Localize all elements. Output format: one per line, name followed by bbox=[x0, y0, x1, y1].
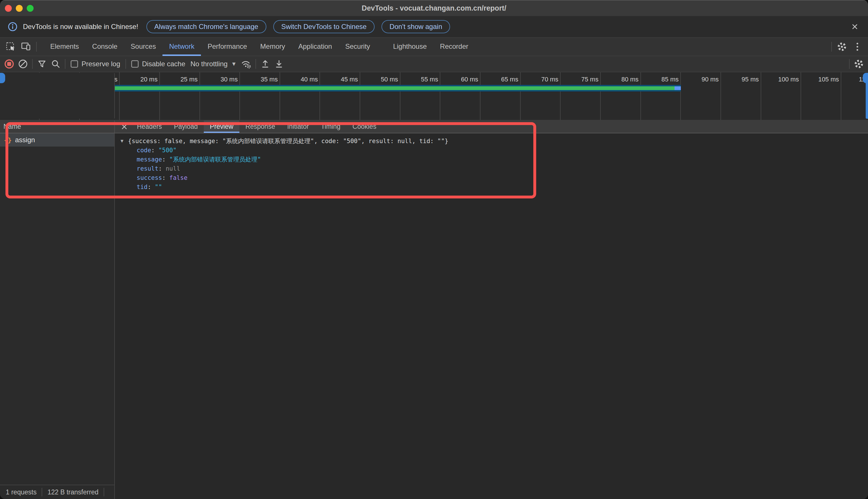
search-icon[interactable] bbox=[49, 57, 62, 71]
clear-network-log-icon[interactable] bbox=[16, 57, 30, 71]
requests-grid-header: Name HeadersPayloadPreviewResponseInitia… bbox=[0, 120, 868, 133]
timeline-tick: 45 ms bbox=[320, 72, 360, 120]
json-property-row[interactable]: message: "系统内部错误请联系管理员处理" bbox=[121, 155, 868, 164]
inspect-element-icon[interactable] bbox=[3, 38, 19, 56]
zoom-window-button[interactable] bbox=[27, 5, 34, 12]
timeline-tick: 65 ms bbox=[480, 72, 521, 120]
devtools-tab[interactable]: Sources bbox=[124, 38, 163, 56]
json-colon: : bbox=[158, 165, 166, 172]
export-har-icon[interactable] bbox=[258, 57, 272, 71]
divider bbox=[36, 42, 37, 52]
json-key: success bbox=[136, 174, 162, 181]
kebab-menu-icon[interactable] bbox=[849, 38, 865, 56]
request-row-assign[interactable]: {} assign bbox=[0, 133, 114, 147]
timeline-tick: 25 ms bbox=[160, 72, 200, 120]
detail-tab[interactable]: Response bbox=[239, 120, 281, 133]
preserve-log-toggle[interactable]: Preserve log bbox=[71, 60, 120, 68]
json-property-row[interactable]: result: null bbox=[121, 164, 868, 173]
devtools-tab[interactable]: Application bbox=[292, 38, 338, 56]
infobar-action-button[interactable]: Switch DevTools to Chinese bbox=[273, 20, 374, 33]
minimize-window-button[interactable] bbox=[16, 5, 23, 12]
throttling-value: No throttling bbox=[190, 60, 227, 68]
infobar-action-button[interactable]: Don't show again bbox=[381, 20, 450, 33]
infobar-message: DevTools is now available in Chinese! bbox=[23, 23, 138, 31]
devtools-tabs: ElementsConsoleSourcesNetworkPerformance… bbox=[44, 38, 475, 56]
record-network-log-icon[interactable] bbox=[2, 57, 16, 71]
detail-tab[interactable]: Headers bbox=[131, 120, 168, 133]
throttling-dropdown[interactable]: No throttling ▼ bbox=[190, 60, 235, 68]
preserve-log-checkbox[interactable] bbox=[71, 60, 78, 68]
json-property-row[interactable]: success: false bbox=[121, 173, 868, 182]
devtools-tab[interactable]: Recorder bbox=[433, 38, 475, 56]
json-value: "系统内部错误请联系管理员处理" bbox=[169, 156, 261, 163]
detail-tab[interactable]: Preview bbox=[204, 120, 239, 133]
traffic-lights bbox=[5, 5, 34, 12]
overview-left-handle[interactable] bbox=[0, 73, 115, 119]
json-colon: : bbox=[151, 147, 158, 154]
overview-bar-segment bbox=[38, 86, 675, 90]
timeline-tick: 70 ms bbox=[520, 72, 561, 120]
devtools-window: DevTools - vocuat.changan.com.cn/report/… bbox=[0, 0, 868, 499]
request-detail-tabs: HeadersPayloadPreviewResponseInitiatorTi… bbox=[115, 120, 382, 133]
divider bbox=[126, 59, 126, 69]
devtools-tab[interactable]: Security bbox=[339, 38, 377, 56]
timeline-tick: 40 ms bbox=[280, 72, 320, 120]
settings-gear-icon[interactable] bbox=[834, 38, 849, 56]
json-value: "" bbox=[155, 184, 162, 191]
network-status-bar: 1 requests122 B transferred bbox=[0, 485, 114, 499]
devtools-tab[interactable]: Elements bbox=[44, 38, 85, 56]
chevron-down-icon: ▼ bbox=[232, 61, 236, 66]
network-settings-gear-icon[interactable] bbox=[852, 57, 866, 71]
expander-triangle-icon[interactable]: ▼ bbox=[121, 139, 128, 143]
network-overview-timeline[interactable]: 5 ms10 ms15 ms20 ms25 ms30 ms35 ms40 ms4… bbox=[0, 72, 868, 120]
status-item: 1 requests bbox=[0, 488, 42, 496]
window-title: DevTools - vocuat.changan.com.cn/report/ bbox=[0, 1, 868, 15]
detail-tab[interactable]: Initiator bbox=[281, 120, 314, 133]
timeline-tick: 50 ms bbox=[360, 72, 401, 120]
devtools-tab[interactable]: Network bbox=[163, 38, 201, 56]
close-window-button[interactable] bbox=[5, 5, 12, 12]
disable-cache-toggle[interactable]: Disable cache bbox=[131, 60, 186, 68]
timeline-tick: 35 ms bbox=[240, 72, 280, 120]
detail-tab[interactable]: Timing bbox=[315, 120, 346, 133]
json-key: result bbox=[136, 165, 158, 172]
devtools-tab[interactable]: Memory bbox=[254, 38, 292, 56]
timeline-tick: 95 ms bbox=[721, 72, 761, 120]
import-har-icon[interactable] bbox=[272, 57, 286, 71]
network-conditions-icon[interactable] bbox=[239, 57, 253, 71]
devtools-tab[interactable]: Performance bbox=[201, 38, 253, 56]
json-colon: : bbox=[147, 184, 155, 191]
json-colon: : bbox=[162, 156, 169, 163]
close-detail-pane-icon[interactable] bbox=[118, 120, 131, 133]
json-key: tid bbox=[136, 184, 147, 191]
divider bbox=[831, 42, 832, 52]
timeline-tick: 60 ms bbox=[440, 72, 480, 120]
status-item: 122 B transferred bbox=[42, 488, 104, 496]
infobar-action-button[interactable]: Always match Chrome's language bbox=[146, 20, 266, 33]
close-icon[interactable] bbox=[849, 21, 860, 33]
json-property-row[interactable]: code: "500" bbox=[121, 146, 868, 155]
devtools-tab[interactable]: Console bbox=[85, 38, 124, 56]
timeline-tick: 55 ms bbox=[400, 72, 440, 120]
json-key: code bbox=[136, 147, 151, 154]
filter-icon[interactable] bbox=[35, 57, 49, 71]
devtools-tab[interactable]: Lighthouse bbox=[387, 38, 433, 56]
divider bbox=[849, 59, 849, 69]
json-value: "500" bbox=[158, 147, 177, 154]
detail-tab[interactable]: Cookies bbox=[346, 120, 382, 133]
info-icon bbox=[8, 22, 18, 32]
network-toolbar: Preserve log Disable cache No throttling… bbox=[0, 56, 868, 72]
disable-cache-checkbox[interactable] bbox=[131, 60, 139, 68]
json-colon: : bbox=[162, 174, 169, 181]
preview-pane: ▼ {success: false, message: "系统内部错误请联系管理… bbox=[115, 133, 868, 499]
timeline-tick: 20 ms bbox=[120, 72, 160, 120]
device-toolbar-icon[interactable] bbox=[19, 38, 34, 56]
overview-right-handle[interactable] bbox=[866, 73, 868, 119]
json-root-row[interactable]: ▼ {success: false, message: "系统内部错误请联系管理… bbox=[121, 136, 868, 146]
detail-tab[interactable]: Payload bbox=[168, 120, 204, 133]
fetch-xhr-icon: {} bbox=[4, 136, 12, 144]
json-property-row[interactable]: tid: "" bbox=[121, 182, 868, 192]
divider bbox=[65, 59, 66, 69]
timeline-tick: 30 ms bbox=[200, 72, 240, 120]
name-column-header[interactable]: Name bbox=[0, 120, 115, 133]
